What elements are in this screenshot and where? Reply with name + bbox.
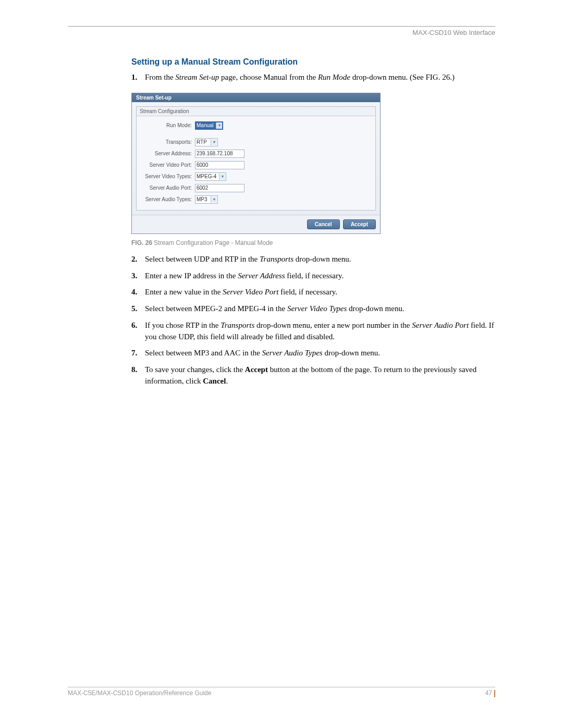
header-rule (68, 26, 495, 27)
step-8: 8. To save your changes, click the Accep… (131, 364, 496, 387)
server-audio-types-select[interactable]: MP3 ▾ (195, 195, 218, 204)
figure-26: Stream Set-up Stream Configuration Run M… (131, 93, 381, 234)
step-body: From the Stream Set-up page, choose Manu… (145, 72, 496, 83)
accept-button[interactable]: Accept (343, 219, 376, 229)
transports-label: Transports: (142, 139, 195, 145)
step-number: 3. (131, 270, 145, 282)
server-video-types-select[interactable]: MPEG-4 ▾ (195, 172, 226, 181)
step-number: 6. (131, 320, 145, 343)
steps-list-cont: 2. Select between UDP and RTP in the Tra… (131, 254, 496, 387)
page-content: MAX-CSD10 Web Interface Setting up a Man… (68, 26, 495, 392)
figure-caption: FIG. 26 Stream Configuration Page - Manu… (131, 239, 495, 246)
step-body: If you chose RTP in the Transports drop-… (145, 320, 496, 343)
step-6: 6. If you chose RTP in the Transports dr… (131, 320, 496, 343)
step-body: Select between MPEG-2 and MPEG-4 in the … (145, 303, 496, 315)
step-number: 7. (131, 348, 145, 359)
page-number: 47 (485, 689, 495, 697)
server-video-port-input[interactable]: 6000 (195, 161, 244, 169)
window-titlebar: Stream Set-up (132, 93, 380, 102)
step-7: 7. Select between MP3 and AAC in the Ser… (131, 348, 496, 359)
step-body: Select between MP3 and AAC in the Server… (145, 348, 496, 359)
footer-guide-title: MAX-C5E/MAX-CSD10 Operation/Reference Gu… (68, 689, 211, 697)
server-video-port-label: Server Video Port: (142, 162, 195, 168)
server-audio-port-input[interactable]: 6002 (195, 184, 244, 192)
step-body: Select between UDP and RTP in the Transp… (145, 254, 496, 265)
cancel-button[interactable]: Cancel (307, 219, 340, 229)
step-body: Enter a new IP address in the Server Add… (145, 270, 496, 282)
stream-setup-window: Stream Set-up Stream Configuration Run M… (131, 93, 381, 234)
header-label: MAX-CSD10 Web Interface (68, 29, 495, 36)
step-4: 4. Enter a new value in the Server Video… (131, 287, 496, 298)
server-video-types-label: Server Video Types: (142, 174, 195, 179)
server-audio-types-label: Server Audio Types: (142, 196, 195, 202)
window-footer: Cancel Accept (132, 215, 380, 233)
steps-list: 1. From the Stream Set-up page, choose M… (131, 72, 496, 83)
server-address-input[interactable]: 239.168.72.108 (195, 150, 244, 158)
config-form: Run Mode: Manual ▾ Transports: RTP ▾ (137, 116, 375, 210)
server-audio-port-label: Server Audio Port: (142, 185, 195, 191)
step-3: 3. Enter a new IP address in the Server … (131, 270, 496, 282)
step-number: 1. (131, 72, 145, 83)
runmode-label: Run Mode: (142, 122, 195, 128)
step-5: 5. Select between MPEG-2 and MPEG-4 in t… (131, 303, 496, 315)
chevron-down-icon: ▾ (211, 139, 217, 145)
step-body: To save your changes, click the Accept b… (145, 364, 496, 387)
step-1: 1. From the Stream Set-up page, choose M… (131, 72, 496, 83)
footer-rule (68, 687, 495, 687)
step-body: Enter a new value in the Server Video Po… (145, 287, 496, 298)
page-number-divider (494, 690, 495, 697)
panel-title: Stream Configuration (137, 107, 375, 116)
stream-config-panel: Stream Configuration Run Mode: Manual ▾ … (136, 106, 376, 211)
transports-select[interactable]: RTP ▾ (195, 138, 218, 146)
server-address-label: Server Address: (142, 151, 195, 156)
chevron-down-icon: ▾ (219, 174, 225, 180)
page-footer: MAX-C5E/MAX-CSD10 Operation/Reference Gu… (68, 687, 495, 697)
step-2: 2. Select between UDP and RTP in the Tra… (131, 254, 496, 265)
chevron-down-icon: ▾ (211, 196, 217, 203)
section-title: Setting up a Manual Stream Configuration (131, 57, 495, 67)
step-number: 2. (131, 254, 145, 265)
step-number: 8. (131, 364, 145, 387)
runmode-select[interactable]: Manual ▾ (195, 121, 223, 130)
step-number: 5. (131, 303, 145, 315)
step-number: 4. (131, 287, 145, 298)
chevron-down-icon: ▾ (216, 122, 222, 129)
